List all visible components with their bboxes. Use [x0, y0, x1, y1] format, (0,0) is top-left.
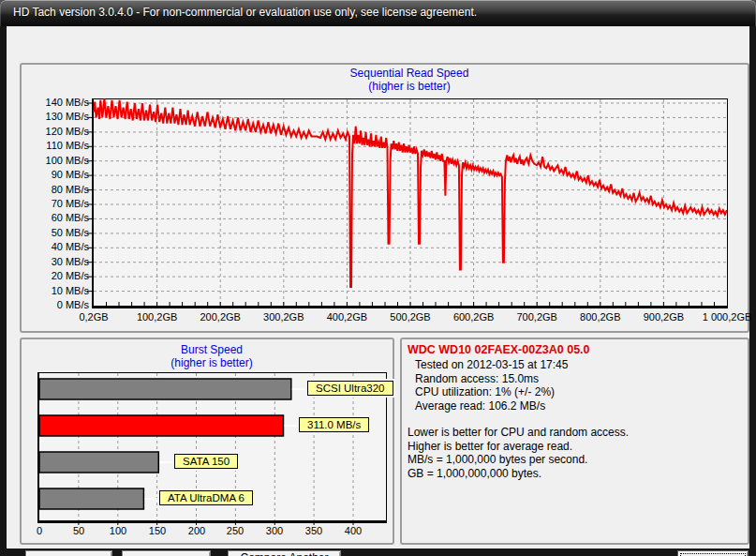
- seq-y-tick-label: 100 MB/s: [25, 155, 89, 166]
- seq-chart-title: Sequential Read Speed: [93, 67, 726, 80]
- seq-y-tick-label: 10 MB/s: [25, 285, 89, 296]
- seq-x-tick-label: 700,2GB: [505, 311, 569, 323]
- seq-y-tick-label: 140 MB/s: [25, 97, 89, 108]
- drive-detail-line: Average read: 106.2 MB/s: [415, 399, 742, 413]
- seq-x-tick-label: 1 000,2GB: [695, 311, 756, 323]
- burst-x-tick-label: 100: [99, 525, 137, 536]
- seq-y-tick-label: 130 MB/s: [25, 111, 89, 122]
- drive-detail-line: CPU utilization: 1% (+/- 2%): [415, 385, 742, 399]
- seq-x-tick-label: 200,2GB: [188, 311, 252, 323]
- seq-x-tick-label: 100,2GB: [126, 311, 189, 323]
- seq-y-tick-label: 60 MB/s: [25, 212, 89, 223]
- seq-read-plot: [92, 98, 728, 308]
- drive-info-lines: Tested on 2012-03-15 at 17:45Random acce…: [408, 358, 742, 480]
- seq-x-tick-label: 300,2GB: [252, 311, 316, 323]
- seq-y-tick-label: 20 MB/s: [25, 270, 89, 281]
- seq-y-tick-label: 110 MB/s: [25, 140, 89, 151]
- burst-x-tick-label: 50: [60, 525, 97, 536]
- info-note-line: Lower is better for CPU and random acces…: [408, 426, 742, 440]
- burst-x-tick-label: 200: [178, 525, 215, 536]
- seq-y-tick-label: 70 MB/s: [25, 198, 89, 209]
- burst-chart-title: Burst Speed: [38, 343, 385, 356]
- upload-results-button[interactable]: Upload Results: [122, 550, 211, 556]
- window-title: HD Tach version 3.0.4.0 - For non-commer…: [0, 0, 756, 25]
- seq-x-tick-label: 600,2GB: [442, 311, 506, 323]
- seq-x-tick-label: 0,2GB: [62, 311, 126, 323]
- spacer: [408, 413, 742, 426]
- burst-x-tick-label: 0: [21, 525, 58, 536]
- seq-y-tick-label: 80 MB/s: [25, 184, 89, 195]
- drive-detail-line: Random access: 15.0ms: [415, 372, 742, 386]
- seq-y-tick-label: 0 MB/s: [25, 299, 89, 310]
- burst-x-tick-label: 400: [334, 525, 372, 536]
- client-area: WDC WD10 02FAEX-00Z3A0 05.0 Tested on 20…: [7, 26, 749, 548]
- burst-bar-label: SATA 150: [174, 454, 238, 469]
- burst-bar-label: 311.0 MB/s: [299, 417, 369, 432]
- seq-chart-subtitle: (higher is better): [93, 80, 726, 93]
- compare-drive-button[interactable]: Compare Another Drive: [228, 550, 341, 556]
- drive-detail-line: Tested on 2012-03-15 at 17:45: [415, 358, 742, 372]
- burst-chart-subtitle: (higher is better): [38, 356, 385, 369]
- seq-y-tick-label: 50 MB/s: [25, 227, 89, 238]
- seq-read-line-chart: [94, 99, 727, 306]
- drive-info-panel: WDC WD10 02FAEX-00Z3A0 05.0 Tested on 20…: [400, 338, 749, 545]
- seq-y-tick-label: 40 MB/s: [25, 241, 89, 252]
- seq-y-tick-label: 30 MB/s: [25, 256, 89, 267]
- burst-x-tick-label: 350: [295, 525, 333, 536]
- seq-x-tick-label: 900,2GB: [631, 311, 695, 323]
- titlebar[interactable]: HD Tach version 3.0.4.0 - For non-commer…: [0, 0, 756, 26]
- app-window: HD Tach version 3.0.4.0 - For non-commer…: [0, 0, 756, 556]
- seq-y-tick-label: 120 MB/s: [25, 126, 89, 137]
- info-note-line: Higher is better for average read.: [408, 440, 742, 454]
- seq-y-tick-label: 90 MB/s: [25, 169, 89, 180]
- burst-x-tick-label: 300: [256, 525, 293, 536]
- seq-x-tick-label: 800,2GB: [569, 311, 632, 323]
- burst-x-tick-label: 250: [216, 525, 254, 536]
- drive-model-title: WDC WD10 02FAEX-00Z3A0 05.0: [408, 343, 742, 356]
- burst-x-tick-label: 150: [139, 525, 176, 536]
- info-note-line: GB = 1,000,000,000 bytes.: [408, 467, 742, 481]
- burst-bar-label: SCSI Ultra320: [307, 381, 393, 396]
- seq-x-tick-label: 400,2GB: [315, 311, 378, 323]
- burst-bar-label: ATA UltraDMA 6: [159, 490, 253, 505]
- seq-x-tick-label: 500,2GB: [378, 311, 442, 323]
- info-note-line: MB/s = 1,000,000 bytes per second.: [408, 453, 742, 467]
- save-results-button[interactable]: Save Results: [25, 550, 112, 556]
